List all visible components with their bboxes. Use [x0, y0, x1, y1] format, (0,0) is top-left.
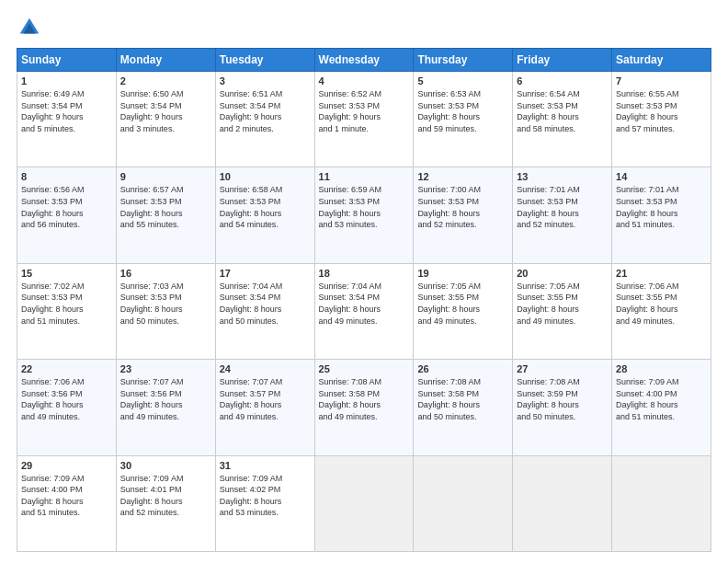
- calendar-cell: 26Sunrise: 7:08 AM Sunset: 3:58 PM Dayli…: [414, 360, 513, 455]
- day-number: 25: [319, 363, 410, 374]
- calendar-cell: 31Sunrise: 7:09 AM Sunset: 4:02 PM Dayli…: [215, 455, 314, 551]
- day-info: Sunrise: 6:55 AM Sunset: 3:53 PM Dayligh…: [616, 88, 707, 134]
- col-header-wednesday: Wednesday: [314, 49, 414, 72]
- calendar-table: SundayMondayTuesdayWednesdayThursdayFrid…: [17, 48, 711, 552]
- col-header-friday: Friday: [513, 49, 612, 72]
- day-number: 10: [220, 171, 311, 182]
- day-info: Sunrise: 7:05 AM Sunset: 3:55 PM Dayligh…: [417, 281, 508, 327]
- day-info: Sunrise: 6:57 AM Sunset: 3:53 PM Dayligh…: [120, 184, 211, 230]
- day-info: Sunrise: 7:04 AM Sunset: 3:54 PM Dayligh…: [319, 281, 410, 327]
- day-info: Sunrise: 6:49 AM Sunset: 3:54 PM Dayligh…: [21, 88, 112, 134]
- calendar-cell: 23Sunrise: 7:07 AM Sunset: 3:56 PM Dayli…: [116, 360, 215, 455]
- day-info: Sunrise: 6:59 AM Sunset: 3:53 PM Dayligh…: [319, 184, 410, 230]
- day-number: 11: [319, 171, 410, 182]
- day-number: 14: [616, 171, 707, 182]
- page: SundayMondayTuesdayWednesdayThursdayFrid…: [0, 0, 728, 563]
- calendar-cell: 30Sunrise: 7:09 AM Sunset: 4:01 PM Dayli…: [116, 455, 215, 551]
- calendar-cell: 13Sunrise: 7:01 AM Sunset: 3:53 PM Dayli…: [513, 167, 612, 263]
- day-number: 19: [417, 268, 508, 279]
- day-info: Sunrise: 6:58 AM Sunset: 3:53 PM Dayligh…: [220, 184, 311, 230]
- day-info: Sunrise: 6:50 AM Sunset: 3:54 PM Dayligh…: [120, 88, 211, 134]
- logo: [17, 15, 46, 40]
- calendar-cell: 4Sunrise: 6:52 AM Sunset: 3:53 PM Daylig…: [314, 72, 414, 167]
- day-info: Sunrise: 7:06 AM Sunset: 3:56 PM Dayligh…: [21, 376, 112, 422]
- calendar-cell: 2Sunrise: 6:50 AM Sunset: 3:54 PM Daylig…: [116, 72, 215, 167]
- day-number: 6: [517, 75, 608, 86]
- calendar-cell: 1Sunrise: 6:49 AM Sunset: 3:54 PM Daylig…: [17, 72, 117, 167]
- day-number: 1: [21, 75, 112, 86]
- day-number: 13: [517, 171, 608, 182]
- day-info: Sunrise: 7:09 AM Sunset: 4:02 PM Dayligh…: [220, 473, 311, 519]
- day-info: Sunrise: 7:09 AM Sunset: 4:01 PM Dayligh…: [120, 473, 211, 519]
- calendar-cell: 3Sunrise: 6:51 AM Sunset: 3:54 PM Daylig…: [215, 72, 314, 167]
- logo-icon: [17, 15, 42, 40]
- calendar-cell: 21Sunrise: 7:06 AM Sunset: 3:55 PM Dayli…: [612, 263, 711, 359]
- calendar-cell: 7Sunrise: 6:55 AM Sunset: 3:53 PM Daylig…: [612, 72, 711, 167]
- calendar-cell: [513, 455, 612, 551]
- day-number: 24: [220, 363, 311, 374]
- day-info: Sunrise: 7:08 AM Sunset: 3:58 PM Dayligh…: [417, 376, 508, 422]
- day-number: 9: [120, 171, 211, 182]
- day-number: 23: [120, 363, 211, 374]
- calendar-cell: 11Sunrise: 6:59 AM Sunset: 3:53 PM Dayli…: [314, 167, 414, 263]
- day-number: 7: [616, 75, 707, 86]
- calendar-cell: 24Sunrise: 7:07 AM Sunset: 3:57 PM Dayli…: [215, 360, 314, 455]
- day-number: 3: [220, 75, 311, 86]
- day-number: 5: [417, 75, 508, 86]
- day-info: Sunrise: 7:01 AM Sunset: 3:53 PM Dayligh…: [616, 184, 707, 230]
- day-info: Sunrise: 7:09 AM Sunset: 4:00 PM Dayligh…: [616, 376, 707, 422]
- day-number: 2: [120, 75, 211, 86]
- calendar-cell: 5Sunrise: 6:53 AM Sunset: 3:53 PM Daylig…: [414, 72, 513, 167]
- col-header-tuesday: Tuesday: [215, 49, 314, 72]
- calendar-cell: 8Sunrise: 6:56 AM Sunset: 3:53 PM Daylig…: [17, 167, 117, 263]
- col-header-sunday: Sunday: [17, 49, 117, 72]
- day-number: 17: [220, 268, 311, 279]
- day-info: Sunrise: 7:04 AM Sunset: 3:54 PM Dayligh…: [220, 281, 311, 327]
- day-info: Sunrise: 7:03 AM Sunset: 3:53 PM Dayligh…: [120, 281, 211, 327]
- day-info: Sunrise: 7:06 AM Sunset: 3:55 PM Dayligh…: [616, 281, 707, 327]
- calendar-cell: 20Sunrise: 7:05 AM Sunset: 3:55 PM Dayli…: [513, 263, 612, 359]
- calendar-cell: 9Sunrise: 6:57 AM Sunset: 3:53 PM Daylig…: [116, 167, 215, 263]
- day-info: Sunrise: 6:56 AM Sunset: 3:53 PM Dayligh…: [21, 184, 112, 230]
- day-info: Sunrise: 7:01 AM Sunset: 3:53 PM Dayligh…: [517, 184, 608, 230]
- calendar-cell: 28Sunrise: 7:09 AM Sunset: 4:00 PM Dayli…: [612, 360, 711, 455]
- day-number: 29: [21, 460, 112, 471]
- day-number: 16: [120, 268, 211, 279]
- day-info: Sunrise: 7:07 AM Sunset: 3:57 PM Dayligh…: [220, 376, 311, 422]
- day-info: Sunrise: 7:02 AM Sunset: 3:53 PM Dayligh…: [21, 281, 112, 327]
- day-info: Sunrise: 7:08 AM Sunset: 3:59 PM Dayligh…: [517, 376, 608, 422]
- calendar-cell: 6Sunrise: 6:54 AM Sunset: 3:53 PM Daylig…: [513, 72, 612, 167]
- calendar-cell: 14Sunrise: 7:01 AM Sunset: 3:53 PM Dayli…: [612, 167, 711, 263]
- calendar-cell: [314, 455, 414, 551]
- day-number: 18: [319, 268, 410, 279]
- calendar-cell: 25Sunrise: 7:08 AM Sunset: 3:58 PM Dayli…: [314, 360, 414, 455]
- day-info: Sunrise: 6:52 AM Sunset: 3:53 PM Dayligh…: [319, 88, 410, 134]
- day-info: Sunrise: 6:51 AM Sunset: 3:54 PM Dayligh…: [220, 88, 311, 134]
- calendar-cell: 17Sunrise: 7:04 AM Sunset: 3:54 PM Dayli…: [215, 263, 314, 359]
- day-info: Sunrise: 7:00 AM Sunset: 3:53 PM Dayligh…: [417, 184, 508, 230]
- calendar-cell: 12Sunrise: 7:00 AM Sunset: 3:53 PM Dayli…: [414, 167, 513, 263]
- day-number: 30: [120, 460, 211, 471]
- day-number: 27: [517, 363, 608, 374]
- day-number: 4: [319, 75, 410, 86]
- calendar-cell: 16Sunrise: 7:03 AM Sunset: 3:53 PM Dayli…: [116, 263, 215, 359]
- day-info: Sunrise: 7:07 AM Sunset: 3:56 PM Dayligh…: [120, 376, 211, 422]
- day-info: Sunrise: 6:54 AM Sunset: 3:53 PM Dayligh…: [517, 88, 608, 134]
- day-number: 22: [21, 363, 112, 374]
- day-info: Sunrise: 6:53 AM Sunset: 3:53 PM Dayligh…: [417, 88, 508, 134]
- day-info: Sunrise: 7:08 AM Sunset: 3:58 PM Dayligh…: [319, 376, 410, 422]
- calendar-cell: 22Sunrise: 7:06 AM Sunset: 3:56 PM Dayli…: [17, 360, 117, 455]
- col-header-monday: Monday: [116, 49, 215, 72]
- calendar-cell: 15Sunrise: 7:02 AM Sunset: 3:53 PM Dayli…: [17, 263, 117, 359]
- calendar-cell: 19Sunrise: 7:05 AM Sunset: 3:55 PM Dayli…: [414, 263, 513, 359]
- day-info: Sunrise: 7:09 AM Sunset: 4:00 PM Dayligh…: [21, 473, 112, 519]
- header: [17, 15, 711, 40]
- day-number: 15: [21, 268, 112, 279]
- calendar-cell: [414, 455, 513, 551]
- calendar-cell: 18Sunrise: 7:04 AM Sunset: 3:54 PM Dayli…: [314, 263, 414, 359]
- day-number: 28: [616, 363, 707, 374]
- day-info: Sunrise: 7:05 AM Sunset: 3:55 PM Dayligh…: [517, 281, 608, 327]
- col-header-saturday: Saturday: [612, 49, 711, 72]
- day-number: 31: [220, 460, 311, 471]
- day-number: 12: [417, 171, 508, 182]
